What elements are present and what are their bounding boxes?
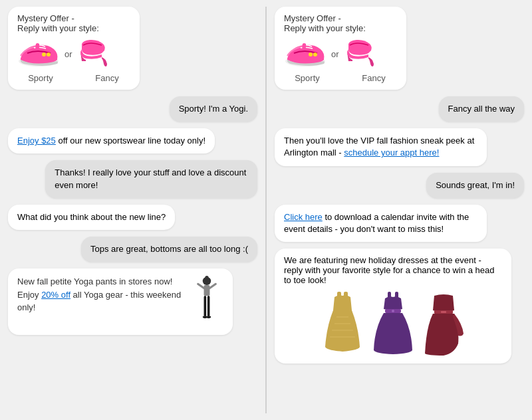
yoga-pants-bubble: New fall petite Yoga pants in stores now… xyxy=(8,268,233,335)
click-here-link[interactable]: Click here xyxy=(284,212,323,222)
svg-point-4 xyxy=(205,276,208,279)
tops-text: Tops are great, bottoms are all too long… xyxy=(90,244,248,254)
or-text-right: or xyxy=(331,49,339,59)
shoe-labels-left: Sporty Fancy xyxy=(17,73,130,83)
svg-point-14 xyxy=(313,52,317,56)
svg-point-1 xyxy=(42,52,46,56)
tops-bubble: Tops are great, bottoms are all too long… xyxy=(81,237,257,262)
sneaker-icon xyxy=(17,40,61,68)
yoga-figure-icon xyxy=(190,275,223,328)
fancy-reply-text: Fancy all the way xyxy=(448,104,515,114)
sporty-reply-bubble: Sporty! I'm a Yogi. xyxy=(170,96,257,122)
sounds-great-text: Sounds great, I'm in! xyxy=(436,180,515,190)
new-line-text: What did you think about the new line? xyxy=(17,212,166,222)
dress2-icon xyxy=(370,290,416,357)
svg-point-13 xyxy=(309,52,313,56)
offer-bubble-left: Mystery Offer - Reply with your style: xyxy=(8,7,140,90)
holiday-dresses-text: We are featuring new holiday dresses at … xyxy=(284,255,495,285)
yoga-discount-link[interactable]: 20% off xyxy=(41,290,70,300)
dress3-icon xyxy=(421,290,466,357)
dress-row xyxy=(284,290,502,357)
new-line-bubble: What did you think about the new line? xyxy=(8,205,175,230)
fancy-label-right: Fancy xyxy=(350,73,397,83)
thanks-text: Thanks! I really love your stuff and lov… xyxy=(55,167,246,189)
svg-line-7 xyxy=(209,284,215,288)
offer-bubble-right: Mystery Offer - Reply with your style: xyxy=(275,7,406,90)
schedule-link[interactable]: schedule your appt here! xyxy=(344,148,439,158)
enjoy-discount-text: off our new sportswear line today only! xyxy=(56,136,205,146)
heel-icon-left xyxy=(76,37,111,70)
sporty-label-left: Sporty xyxy=(17,73,64,83)
offer-title-left: Mystery Offer - Reply with your style: xyxy=(17,13,130,33)
enjoy-discount-link[interactable]: Enjoy $25 xyxy=(17,136,56,146)
thanks-bubble: Thanks! I really love your stuff and lov… xyxy=(45,160,257,197)
fancy-label-left: Fancy xyxy=(84,73,130,83)
yoga-pants-text: New fall petite Yoga pants in stores now… xyxy=(17,275,184,314)
svg-rect-5 xyxy=(203,285,209,296)
or-text-left: or xyxy=(65,49,72,59)
svg-point-11 xyxy=(206,316,211,318)
sporty-label-right: Sporty xyxy=(284,73,331,83)
shoe-labels-right: Sporty Fancy xyxy=(284,73,397,83)
dress1-icon xyxy=(320,290,365,357)
right-conversation: Mystery Offer - Reply with your style: xyxy=(267,0,532,420)
offer-title-right: Mystery Offer - Reply with your style: xyxy=(284,13,397,33)
svg-line-6 xyxy=(198,284,203,288)
vip-offer-bubble: Then you'll love the VIP fall fashion sn… xyxy=(275,128,487,165)
shoe-row-right: or xyxy=(284,37,397,70)
svg-rect-8 xyxy=(203,296,206,316)
sporty-reply-text: Sporty! I'm a Yogi. xyxy=(179,104,248,114)
enjoy-discount-bubble: Enjoy $25 off our new sportswear line to… xyxy=(8,128,215,154)
svg-rect-9 xyxy=(207,296,209,316)
svg-point-2 xyxy=(47,52,51,56)
svg-point-24 xyxy=(392,310,394,312)
sneaker-icon-right xyxy=(284,40,327,68)
fancy-reply-bubble: Fancy all the way xyxy=(439,96,524,122)
heel-icon-right xyxy=(343,37,378,70)
sounds-great-bubble: Sounds great, I'm in! xyxy=(426,173,524,198)
holiday-dresses-bubble: We are featuring new holiday dresses at … xyxy=(275,249,511,364)
shoe-row-left: or xyxy=(17,37,130,70)
left-conversation: Mystery Offer - Reply with your style: xyxy=(0,0,265,420)
svg-rect-26 xyxy=(441,311,446,313)
calendar-invite-bubble: Click here to download a calendar invite… xyxy=(275,205,487,242)
